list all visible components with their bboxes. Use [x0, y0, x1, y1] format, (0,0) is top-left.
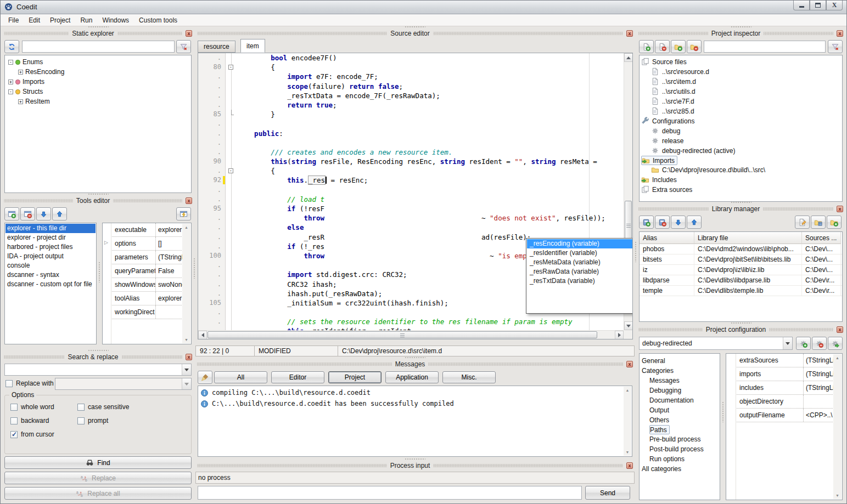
menu-item-project[interactable]: Project — [45, 15, 75, 26]
tree-item[interactable]: ..\src\z85.d — [651, 106, 842, 116]
messages-filter-all[interactable]: All — [214, 371, 267, 383]
category-item[interactable]: Categories — [642, 366, 720, 376]
grid-scrollbar[interactable]: ▲▼ — [182, 224, 190, 343]
panel-drag-grip[interactable] — [405, 458, 425, 460]
code-line[interactable]: import e7F: encode_7F; — [238, 72, 624, 81]
table-body[interactable]: phobosC:\Dev\dmd2\windows\lib\phob...C:\… — [640, 244, 842, 296]
column-header-libraryfile[interactable]: Library file — [694, 232, 802, 244]
property-row[interactable]: extraSources(TStringList) — [737, 354, 834, 367]
close-button[interactable]: X — [826, 0, 843, 10]
source-editor-titlebar[interactable]: Source editor x — [195, 29, 635, 38]
code-line[interactable]: _resTxtData = encode_7F(_resRawData); — [238, 91, 624, 100]
tool-list-item[interactable]: dscanner - syntax — [5, 270, 96, 280]
move-library-down-button[interactable] — [671, 216, 686, 229]
panel-close-icon[interactable]: x — [186, 354, 192, 360]
scroll-up-icon[interactable]: ▲ — [835, 356, 839, 360]
expander-icon[interactable]: - — [8, 89, 13, 94]
table-row[interactable]: libdparseC:\Dev\dlibs\libdparse.libC:\De… — [640, 275, 842, 286]
scroll-up-icon[interactable]: ▲ — [626, 388, 630, 392]
tab-resource[interactable]: resource — [198, 41, 235, 53]
completion-popup[interactable]: _resEncoding (variable)_resIdentifier (v… — [526, 238, 633, 314]
tree-item[interactable]: Imports — [641, 156, 677, 165]
expander-icon[interactable]: - — [8, 60, 13, 65]
find-button[interactable]: Find — [4, 456, 192, 469]
checkbox-unchecked[interactable] — [5, 380, 13, 387]
property-row[interactable]: options[] — [112, 237, 183, 251]
tree-item[interactable]: ..\src\utils.d — [651, 87, 842, 97]
property-row[interactable]: queryParametFalse — [112, 264, 183, 278]
category-item[interactable]: Messages — [649, 376, 720, 386]
tree-item[interactable]: release — [651, 136, 842, 146]
replace-all-button[interactable]: ab Replace all — [4, 487, 192, 500]
refresh-button[interactable] — [4, 40, 19, 53]
config-splitter[interactable] — [722, 401, 724, 422]
code-line[interactable] — [238, 119, 624, 128]
category-item[interactable]: General — [642, 356, 720, 366]
maximize-button[interactable] — [810, 0, 826, 10]
completion-item[interactable]: _resEncoding (variable) — [527, 239, 633, 248]
tree-item[interactable]: debug — [651, 126, 842, 136]
tool-list-item[interactable]: harbored - project files — [5, 242, 96, 252]
edit-library-button[interactable] — [795, 216, 810, 229]
tool-list-item[interactable]: explorer - project dir — [5, 233, 96, 242]
scroll-left-button[interactable] — [198, 331, 207, 339]
option-case-sensitive[interactable]: case sensitive — [77, 403, 188, 411]
move-tool-down-button[interactable] — [36, 207, 51, 220]
column-header-sources[interactable]: Sources ... — [802, 232, 841, 244]
tools-splitter[interactable] — [98, 262, 100, 282]
code-line[interactable]: else — [238, 223, 624, 232]
expander-icon[interactable]: + — [8, 80, 13, 84]
tree-item[interactable]: C:\Dev\dproj\resource.d\build\..\src\ — [651, 165, 842, 175]
tree-item[interactable]: debug-redirected (active) — [651, 146, 842, 156]
tree-item[interactable]: ..\src\e7F.d — [651, 97, 842, 106]
messages-filter-editor[interactable]: Editor — [271, 371, 324, 383]
property-value[interactable]: explorer — [156, 223, 183, 236]
remove-tool-button[interactable] — [20, 207, 35, 220]
menu-item-custom-tools[interactable]: Custom tools — [134, 15, 182, 26]
code-line[interactable]: { — [238, 63, 624, 72]
panel-close-icon[interactable]: x — [837, 326, 843, 333]
tree-item[interactable]: +ResItem — [6, 97, 191, 106]
property-row[interactable]: showWindowsswoNone — [112, 278, 183, 292]
message-item[interactable]: compiling C:\...\build\resource.d.coedit — [198, 387, 623, 398]
window-titlebar[interactable]: Coedit X — [0, 0, 847, 14]
completion-item[interactable]: _resIdentifier (variable) — [527, 248, 633, 258]
fold-collapse-icon[interactable]: - — [228, 168, 233, 173]
category-item[interactable]: All categories — [642, 464, 720, 474]
scroll-down-icon[interactable]: ▼ — [184, 338, 188, 342]
category-item[interactable]: Output — [649, 405, 720, 415]
fold-collapse-icon[interactable]: - — [228, 65, 233, 70]
panel-close-icon[interactable]: x — [837, 206, 843, 212]
property-row[interactable]: includes(TStringList) — [737, 381, 834, 395]
property-row[interactable]: executableexplorer — [112, 223, 183, 237]
messages-titlebar[interactable]: Messages x — [195, 359, 635, 369]
completion-item[interactable]: _resRawData (variable) — [527, 267, 633, 276]
remove-library-button[interactable] — [655, 216, 670, 229]
panel-drag-grip[interactable] — [88, 193, 109, 195]
code-line[interactable]: // sets the resource identifier to the r… — [238, 317, 624, 326]
option-backward[interactable]: backward — [10, 417, 77, 424]
menu-item-windows[interactable]: Windows — [97, 15, 134, 26]
property-value[interactable] — [804, 395, 834, 408]
property-value[interactable]: False — [156, 264, 183, 278]
category-item[interactable]: Debugging — [649, 386, 720, 395]
panel-close-icon[interactable]: x — [626, 30, 633, 37]
checkbox-unchecked[interactable] — [10, 404, 18, 411]
code-line[interactable]: { — [238, 166, 624, 175]
messages-filter-misc[interactable]: Misc. — [442, 371, 496, 383]
checkbox-unchecked[interactable] — [77, 417, 85, 424]
remove-folder-button[interactable] — [687, 40, 702, 53]
code-line[interactable]: } — [238, 110, 624, 119]
code-line[interactable]: return true; — [238, 100, 624, 110]
completion-item[interactable]: _resTxtData (variable) — [527, 276, 633, 286]
grid-scrollbar[interactable]: ▲▼ — [833, 354, 842, 499]
clear-filter-button[interactable] — [176, 40, 191, 53]
property-row[interactable]: toolAliasexplorer — [112, 292, 183, 305]
expander-icon[interactable]: + — [18, 99, 23, 104]
code-line[interactable]: /// creates and encodes a new resource i… — [238, 148, 624, 157]
minimize-button[interactable] — [793, 0, 810, 10]
scroll-up-icon[interactable]: ▲ — [184, 225, 188, 229]
checkbox-checked[interactable] — [10, 431, 18, 438]
panel-drag-grip[interactable] — [88, 349, 109, 352]
tree-item[interactable]: Extra sources — [641, 185, 842, 195]
